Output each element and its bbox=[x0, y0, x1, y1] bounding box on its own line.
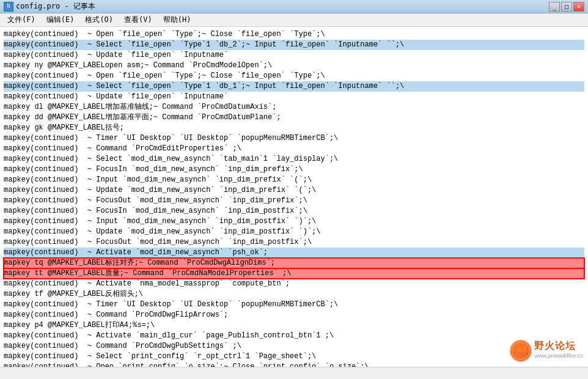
code-line: mapkey(continued) ~ Activate `mod_dim_ne… bbox=[4, 248, 584, 258]
code-line: mapkey(continued) ~ Command `ProCmdDwgPu… bbox=[4, 341, 584, 351]
window-controls[interactable]: _ □ × bbox=[549, 2, 584, 12]
code-line: mapkey ny @MAPKEY_LABELopen asm;~ Comman… bbox=[4, 61, 584, 71]
window-title: config.pro - 记事本 bbox=[16, 1, 549, 12]
code-line: mapkey(continued) ~ Input `mod_dim_new_a… bbox=[4, 175, 584, 185]
app-icon: N bbox=[4, 2, 13, 12]
watermark: 野火论坛 www.proewildfire.cn bbox=[510, 340, 583, 362]
menu-format[interactable]: 格式(O) bbox=[80, 13, 118, 26]
menu-file[interactable]: 文件(F) bbox=[2, 13, 40, 26]
code-line: mapkey(continued) ~ Open `file_open` `Ty… bbox=[4, 71, 584, 81]
code-line: mapkey(continued) ~ Timer `UI Desktop` `… bbox=[4, 300, 584, 310]
code-line: mapkey(continued) ~ Select `print_config… bbox=[4, 351, 584, 362]
code-line: mapkey(continued) ~ Select `mod_dim_new_… bbox=[4, 154, 584, 164]
code-line: mapkey(continued) ~ Command `ProCmdDwgFl… bbox=[4, 310, 584, 320]
code-line: mapkey gk @MAPKEY_LABEL括号; bbox=[4, 123, 584, 133]
code-line: mapkey(continued) ~ Activate `main_dlg_c… bbox=[4, 331, 584, 341]
code-line: mapkey p4 @MAPKEY_LABEL打印A4;%s=;\ bbox=[4, 320, 584, 331]
menu-help[interactable]: 帮助(H) bbox=[158, 13, 196, 26]
code-line: mapkey(continued) ~ Input `mod_dim_new_a… bbox=[4, 216, 584, 227]
text-content[interactable]: mapkey(continued) ~ Open `file_open` `Ty… bbox=[0, 27, 588, 367]
code-line: mapkey(continued) ~ Select `file_open` `… bbox=[4, 81, 584, 92]
code-line: mapkey(continued) ~ Open `print_config` … bbox=[4, 362, 584, 367]
code-line: mapkey(continued) ~ FocusIn `mod_dim_new… bbox=[4, 164, 584, 175]
code-line: mapkey tq @MAPKEY_LABEL标注对齐;~ Command `P… bbox=[4, 258, 584, 268]
svg-point-3 bbox=[523, 346, 527, 350]
maximize-button[interactable]: □ bbox=[561, 2, 572, 12]
minimize-button[interactable]: _ bbox=[549, 2, 560, 12]
code-line: mapkey(continued) ~ Timer `UI Desktop` `… bbox=[4, 133, 584, 144]
close-button[interactable]: × bbox=[573, 2, 584, 12]
code-line: mapkey(continued) ~ FocusOut `mod_dim_ne… bbox=[4, 196, 584, 206]
code-line: mapkey dl @MAPKEY_LABEL增加基准轴线;~ Command … bbox=[4, 102, 584, 112]
watermark-text-block: 野火论坛 www.proewildfire.cn bbox=[534, 340, 583, 361]
watermark-main-text: 野火论坛 bbox=[534, 340, 576, 351]
watermark-logo-circle bbox=[510, 340, 532, 362]
code-line: mapkey(continued) ~ Update `mod_dim_new_… bbox=[4, 227, 584, 237]
code-line: mapkey(continued) ~ Activate `nma_model_… bbox=[4, 279, 584, 289]
code-line: mapkey(continued) ~ Select `file_open` `… bbox=[4, 40, 584, 50]
title-bar: N config.pro - 记事本 _ □ × bbox=[0, 0, 588, 13]
code-line: mapkey(continued) ~ Update `mod_dim_new_… bbox=[4, 185, 584, 196]
code-line: mapkey(continued) ~ Command `ProCmdEditP… bbox=[4, 144, 584, 154]
code-line: mapkey(continued) ~ Open `file_open` `Ty… bbox=[4, 29, 584, 40]
code-line: mapkey dd @MAPKEY_LABEL增加基准平面;~ Command … bbox=[4, 112, 584, 123]
watermark-sub-text: www.proewildfire.cn bbox=[534, 351, 583, 361]
code-line: mapkey(continued) ~ FocusOut `mod_dim_ne… bbox=[4, 237, 584, 248]
code-line: mapkey(continued) ~ Update `file_open` `… bbox=[4, 50, 584, 61]
code-line: mapkey tf @MAPKEY_LABEL反相箭头;\ bbox=[4, 289, 584, 300]
menu-bar: 文件(F) 编辑(E) 格式(O) 查看(V) 帮助(H) bbox=[0, 13, 588, 27]
code-line: mapkey(continued) ~ FocusIn `mod_dim_new… bbox=[4, 206, 584, 216]
menu-edit[interactable]: 编辑(E) bbox=[42, 13, 79, 26]
code-line: mapkey tt @MAPKEY_LABEL质量;~ Command `Pro… bbox=[4, 268, 584, 279]
status-bar bbox=[0, 367, 588, 379]
menu-view[interactable]: 查看(V) bbox=[119, 13, 157, 26]
code-line: mapkey(continued) ~ Update `file_open` `… bbox=[4, 92, 584, 102]
